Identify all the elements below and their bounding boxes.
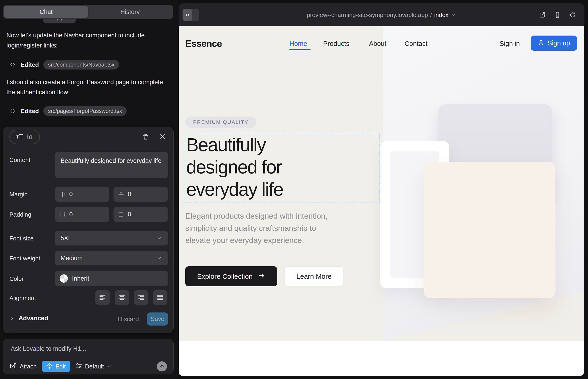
chevron-down-icon — [156, 235, 162, 241]
active-nav-underline — [289, 49, 310, 50]
margin-y-input[interactable]: 0 — [113, 187, 168, 202]
url-host: preview--charming-site-symphony.lovable.… — [307, 12, 428, 19]
tab-chat[interactable]: Chat — [4, 6, 88, 18]
attach-image-icon — [10, 362, 16, 371]
padding-horizontal-icon — [60, 211, 66, 218]
padding-vertical-icon — [118, 211, 124, 218]
file-badge[interactable]: src/components/Navbar.tsx — [43, 60, 119, 69]
chat-composer: Ask Lovable to modify H1... Attach Edit — [3, 339, 174, 374]
scrolled-message-pill — [43, 19, 76, 23]
padding-x-input[interactable]: 0 — [55, 207, 109, 222]
site-logo[interactable]: Essence — [185, 26, 222, 61]
type-icon — [16, 134, 23, 140]
margin-label: Margin — [9, 191, 28, 198]
explore-collection-button[interactable]: Explore Collection — [185, 266, 277, 286]
nav-link-about[interactable]: About — [369, 26, 387, 61]
content-input[interactable]: Beautifully designed for everyday life — [55, 152, 168, 178]
delete-element-button[interactable] — [141, 132, 150, 142]
font-size-select[interactable]: 5XL — [55, 231, 168, 245]
learn-more-button[interactable]: Learn More — [285, 266, 343, 286]
chevron-down-icon — [451, 12, 456, 17]
font-weight-label: Font weight — [9, 255, 40, 262]
nav-link-home[interactable]: Home — [289, 26, 307, 61]
sliders-icon — [76, 362, 82, 371]
send-button[interactable] — [157, 361, 167, 371]
code-icon — [183, 9, 192, 21]
arrow-right-icon — [259, 272, 265, 281]
advanced-toggle[interactable]: Advanced — [9, 315, 48, 322]
color-swatch — [60, 274, 68, 283]
selected-element-tag: h1 — [9, 130, 40, 144]
site-viewport: Essence Home Products About Contact Sign… — [179, 26, 584, 376]
edited-file-row: Edited src/pages/ForgotPassword.tsx — [9, 106, 127, 116]
target-icon — [46, 363, 53, 371]
user-icon — [538, 39, 544, 47]
nav-link-contact[interactable]: Contact — [404, 26, 428, 61]
chevron-down-icon — [107, 364, 112, 369]
code-icon — [9, 62, 16, 68]
align-justify-button[interactable] — [153, 290, 167, 305]
hero-headline[interactable]: Beautifully designed for everyday life — [186, 134, 283, 201]
assistant-message: Now let's update the Navbar component to… — [6, 30, 169, 50]
code-view-toggle[interactable] — [183, 9, 199, 21]
url-path: index — [434, 12, 448, 19]
margin-vertical-icon — [118, 191, 124, 197]
mobile-view-icon[interactable] — [554, 12, 561, 18]
attach-button[interactable]: Attach — [10, 362, 37, 371]
edited-label: Edited — [21, 108, 39, 115]
save-button[interactable]: Save — [147, 313, 168, 326]
sign-in-button[interactable]: Sign in — [499, 26, 520, 61]
open-external-icon[interactable] — [539, 12, 546, 18]
font-weight-select[interactable]: Medium — [55, 251, 168, 266]
refresh-icon[interactable] — [569, 12, 576, 18]
hero-section: Essence Home Products About Contact Sign… — [179, 26, 584, 341]
edited-label: Edited — [21, 61, 39, 68]
chevron-down-icon — [156, 255, 162, 261]
color-label: Color — [9, 275, 24, 283]
content-label: Content — [9, 157, 30, 164]
premium-quality-badge: PREMIUM QUALITY — [185, 117, 256, 128]
element-editor-panel: h1 Content Beautifully designed for ever… — [3, 127, 174, 333]
tab-history[interactable]: History — [88, 6, 172, 18]
margin-x-input[interactable]: 0 — [55, 187, 109, 202]
element-tag-name: h1 — [26, 133, 33, 141]
lovable-app: Chat History Now let's update the Navbar… — [0, 0, 588, 379]
chevron-right-icon — [9, 316, 15, 321]
discard-button[interactable]: Discard — [118, 316, 139, 323]
chat-sidebar: Chat History Now let's update the Navbar… — [0, 0, 179, 379]
model-select[interactable]: Default — [76, 362, 112, 371]
color-select[interactable]: Inherit — [55, 271, 168, 286]
padding-y-input[interactable]: 0 — [113, 207, 168, 222]
sidebar-tabs: Chat History — [3, 5, 173, 19]
url-bar[interactable]: preview--charming-site-symphony.lovable.… — [307, 3, 456, 26]
align-left-button[interactable] — [95, 290, 110, 305]
edit-mode-button[interactable]: Edit — [42, 361, 70, 372]
composer-input[interactable]: Ask Lovable to modify H1... — [11, 345, 86, 352]
nav-link-products[interactable]: Products — [323, 26, 349, 61]
margin-horizontal-icon — [60, 191, 66, 197]
close-icon[interactable] — [158, 132, 167, 142]
align-center-button[interactable] — [115, 290, 129, 305]
site-navbar: Essence Home Products About Contact Sign… — [179, 26, 584, 61]
file-badge[interactable]: src/pages/ForgotPassword.tsx — [43, 106, 127, 116]
alignment-label: Alignment — [9, 295, 36, 302]
decorative-card-cream — [424, 162, 556, 298]
assistant-message: I should also create a Forgot Password p… — [6, 77, 169, 97]
font-size-label: Font size — [9, 235, 34, 242]
composer-toolbar: Attach Edit Default — [10, 361, 167, 372]
preview-browser-window: preview--charming-site-symphony.lovable.… — [179, 3, 584, 376]
padding-label: Padding — [9, 211, 31, 218]
align-right-button[interactable] — [134, 290, 148, 305]
url-separator: / — [430, 12, 432, 19]
code-icon — [9, 108, 16, 114]
hero-description: Elegant products designed with intention… — [185, 210, 327, 246]
toolbar-actions — [539, 3, 576, 26]
sign-up-button[interactable]: Sign up — [531, 35, 577, 51]
edited-file-row: Edited src/components/Navbar.tsx — [9, 60, 119, 70]
browser-toolbar: preview--charming-site-symphony.lovable.… — [179, 3, 584, 26]
